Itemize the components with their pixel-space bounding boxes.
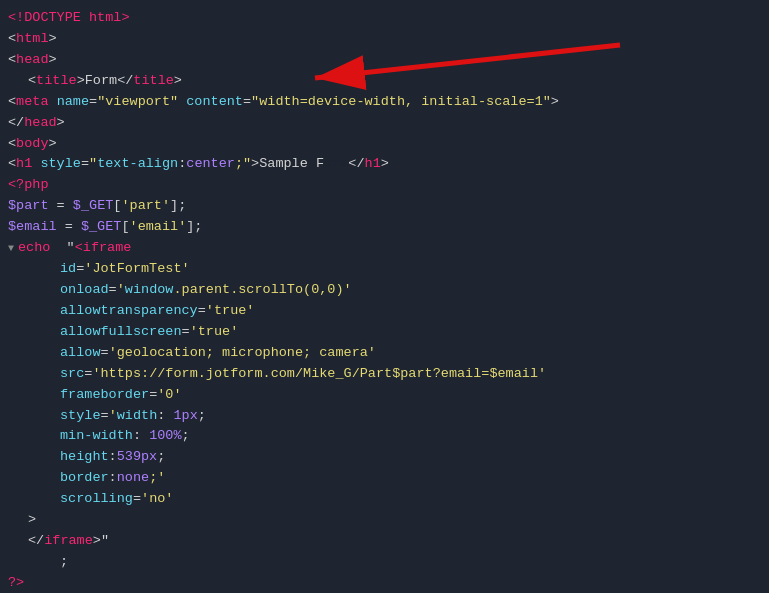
code-token: =: [149, 385, 157, 406]
code-token: <!DOCTYPE html>: [8, 8, 130, 29]
code-token: ;': [149, 468, 165, 489]
code-token: ': [117, 280, 125, 301]
code-line: <title>Form</title>: [8, 71, 769, 92]
code-token: >: [49, 134, 57, 155]
code-line: allow='geolocation; microphone; camera': [8, 343, 769, 364]
code-token: html: [16, 29, 48, 50]
code-token: style: [40, 154, 81, 175]
code-token: [: [113, 196, 121, 217]
code-token: ?>: [8, 573, 24, 593]
code-token: $email: [8, 217, 57, 238]
code-line: <h1 style="text-align:center;">Sample Fo…: [8, 154, 769, 175]
code-line: src='https://form.jotform.com/Mike_G/Par…: [8, 364, 769, 385]
code-token: head: [16, 50, 48, 71]
code-line: </head>: [8, 113, 769, 134]
height-property: height: [60, 447, 109, 468]
code-token: 'true': [190, 322, 239, 343]
code-token: width: [117, 406, 158, 427]
code-token: [32, 154, 40, 175]
code-token: <: [8, 92, 16, 113]
code-line: <!DOCTYPE html>: [8, 8, 769, 29]
code-line: >: [8, 510, 769, 531]
code-token: <: [8, 154, 16, 175]
code-token: ": [101, 531, 109, 552]
code-token: 100%: [149, 426, 181, 447]
code-token: center: [186, 154, 235, 175]
code-token: ": [89, 154, 97, 175]
code-token: window: [125, 280, 174, 301]
code-token: 'no': [141, 489, 173, 510]
code-token: content: [186, 92, 243, 113]
code-token: :: [109, 447, 117, 468]
code-token: <iframe: [75, 238, 132, 259]
code-token: :: [178, 154, 186, 175]
code-token: ': [109, 406, 117, 427]
code-token: ;: [198, 406, 206, 427]
code-token: name: [57, 92, 89, 113]
code-token: ];: [186, 217, 202, 238]
code-token: 'true': [206, 301, 255, 322]
code-token: onload: [60, 280, 109, 301]
code-token: =: [182, 322, 190, 343]
code-token: allowtransparency: [60, 301, 198, 322]
code-token: ;: [60, 552, 68, 573]
code-token: :: [109, 468, 117, 489]
code-token: 'geolocation; microphone; camera': [109, 343, 376, 364]
code-token: >: [77, 71, 85, 92]
code-token: ": [50, 238, 74, 259]
code-token: src: [60, 364, 84, 385]
code-token: 'https://form.jotform.com/Mike_G/Part$pa…: [92, 364, 546, 385]
code-token: =: [109, 280, 117, 301]
code-token: </: [28, 531, 44, 552]
code-token: :: [133, 426, 149, 447]
code-token: 'email': [130, 217, 187, 238]
code-token: ;: [157, 447, 165, 468]
code-token: $_GET: [73, 196, 114, 217]
code-line: allowfullscreen='true': [8, 322, 769, 343]
code-line: <meta name="viewport" content="width=dev…: [8, 92, 769, 113]
code-token: =: [84, 364, 92, 385]
code-token: 1px: [173, 406, 197, 427]
code-token: <: [8, 50, 16, 71]
code-token: title: [36, 71, 77, 92]
code-line: scrolling='no': [8, 489, 769, 510]
code-token: </: [348, 154, 364, 175]
code-editor: <!DOCTYPE html> <html> <head> <title>For…: [0, 0, 769, 593]
code-line: <body>: [8, 134, 769, 155]
code-line: <html>: [8, 29, 769, 50]
code-token: style: [60, 406, 101, 427]
code-token: =: [198, 301, 206, 322]
code-token: <: [8, 134, 16, 155]
code-token: title: [133, 71, 174, 92]
code-token: =: [243, 92, 251, 113]
code-line: ?>: [8, 573, 769, 593]
code-token: >: [93, 531, 101, 552]
code-token: =: [49, 196, 73, 217]
code-token: <: [28, 71, 36, 92]
code-line: height:539px;: [8, 447, 769, 468]
code-line: border:none;': [8, 468, 769, 489]
code-line: style='width: 1px;: [8, 406, 769, 427]
code-token: >: [57, 113, 65, 134]
code-token: .parent.scrollTo(0,0)': [173, 280, 351, 301]
code-line: min-width: 100%;: [8, 426, 769, 447]
code-token: text-align: [97, 154, 178, 175]
code-line: $email = $_GET['email'];: [8, 217, 769, 238]
code-token: border: [60, 468, 109, 489]
code-token: =: [101, 406, 109, 427]
code-token: [: [121, 217, 129, 238]
collapse-triangle[interactable]: ▼: [8, 241, 18, 257]
code-line: ;: [8, 552, 769, 573]
code-line: <head>: [8, 50, 769, 71]
code-line: <?php: [8, 175, 769, 196]
code-line: frameborder='0': [8, 385, 769, 406]
code-token: scrolling: [60, 489, 133, 510]
code-token: 539px: [117, 447, 158, 468]
code-token: '0': [157, 385, 181, 406]
code-token: frameborder: [60, 385, 149, 406]
code-token: h1: [16, 154, 32, 175]
code-token: =: [101, 343, 109, 364]
code-token: none: [117, 468, 149, 489]
code-token: <: [8, 29, 16, 50]
code-token: </: [8, 113, 24, 134]
